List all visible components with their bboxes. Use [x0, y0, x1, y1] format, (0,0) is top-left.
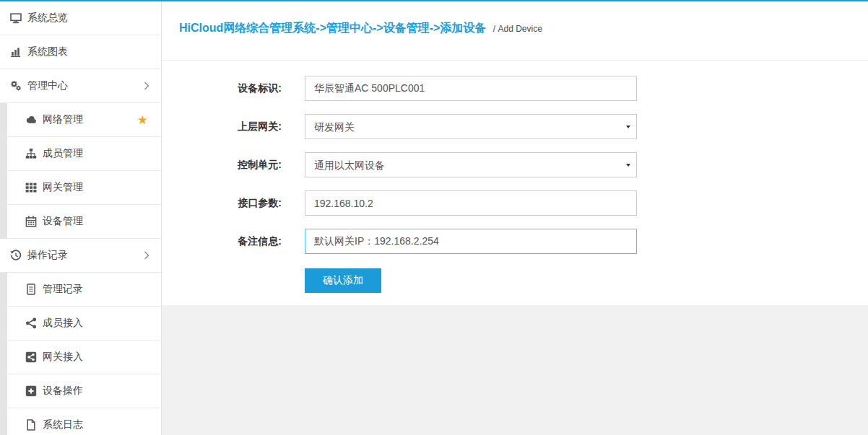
breadcrumb-subtitle: / Add Device	[493, 24, 542, 34]
sidebar-item-label: 系统日志	[43, 418, 83, 431]
grid-icon	[25, 182, 38, 193]
sidebar-item-system-charts[interactable]: 系统图表	[0, 35, 161, 69]
file-icon	[25, 419, 38, 431]
interface-params-input[interactable]	[305, 190, 637, 216]
history-icon	[9, 250, 22, 261]
sidebar-item-operation-records[interactable]: 操作记录	[0, 239, 161, 273]
interface-params-label: 接口参数:	[237, 197, 282, 210]
control-unit-select[interactable]: 通用以太网设备	[305, 152, 637, 177]
sidebar-item-gateway-access[interactable]: 网关接入	[0, 340, 161, 374]
content-background	[162, 305, 868, 435]
sidebar-item-label: 成员管理	[43, 147, 83, 160]
chevron-right-icon	[144, 82, 149, 90]
sidebar-item-label: 网关管理	[43, 181, 83, 194]
control-unit-label: 控制单元:	[237, 159, 282, 172]
chevron-right-icon	[144, 251, 149, 260]
form-row-control-unit: 控制单元: 通用以太网设备	[237, 152, 868, 177]
confirm-add-button[interactable]: 确认添加	[305, 268, 381, 293]
breadcrumb: HiCloud网络综合管理系统->管理中心->设备管理->添加设备	[179, 22, 486, 34]
sidebar-item-management-center[interactable]: 管理中心	[0, 69, 161, 103]
sidebar-item-system-overview[interactable]: 系统总览	[0, 1, 161, 35]
form-row-upper-gateway: 上层网关: 研发网关	[237, 114, 868, 139]
star-icon[interactable]: ★	[137, 114, 148, 126]
sidebar-item-management-records[interactable]: 管理记录	[0, 273, 161, 307]
sidebar-item-member-access[interactable]: 成员接入	[0, 307, 161, 340]
form-row-device-id: 设备标识:	[237, 76, 868, 101]
sidebar-item-member-management[interactable]: 成员管理	[0, 137, 161, 171]
device-id-input[interactable]	[305, 76, 637, 101]
sidebar-item-label: 网关接入	[43, 351, 83, 364]
sidebar-item-label: 管理中心	[27, 79, 68, 92]
desktop-icon	[9, 12, 22, 24]
remark-input[interactable]	[305, 229, 637, 254]
sidebar-item-label: 系统图表	[27, 45, 68, 58]
sidebar-item-system-log[interactable]: 系统日志	[0, 408, 161, 435]
upper-gateway-label: 上层网关:	[237, 120, 282, 133]
plus-square-icon	[25, 385, 38, 397]
upper-gateway-select[interactable]: 研发网关	[305, 114, 637, 139]
sidebar-item-network-management[interactable]: 网络管理 ★	[0, 103, 161, 137]
main-content: HiCloud网络综合管理系统->管理中心->设备管理->添加设备 / Add …	[162, 1, 868, 435]
share-square-icon	[25, 351, 38, 363]
sitemap-icon	[25, 148, 38, 159]
sidebar: 系统总览 系统图表 管理中心 网络管理 ★	[0, 1, 162, 435]
sidebar-item-label: 设备操作	[43, 385, 83, 397]
sidebar-item-device-management[interactable]: 设备管理	[0, 205, 161, 239]
file-text-icon	[25, 284, 38, 295]
form-row-interface-params: 接口参数:	[237, 190, 868, 216]
share-icon	[25, 317, 38, 329]
sidebar-item-gateway-management[interactable]: 网关管理	[0, 171, 161, 205]
sidebar-item-device-operation[interactable]: 设备操作	[0, 374, 161, 408]
sidebar-item-label: 网络管理	[43, 113, 83, 126]
calendar-icon	[25, 216, 38, 227]
device-id-label: 设备标识:	[237, 82, 282, 95]
sidebar-item-label: 管理记录	[43, 283, 83, 296]
add-device-form: 设备标识: 上层网关: 研发网关 控制单元: 通用以太网设备	[162, 61, 868, 305]
remark-label: 备注信息:	[237, 235, 282, 248]
sidebar-item-label: 成员接入	[43, 317, 83, 330]
sidebar-item-label: 系统总览	[27, 12, 68, 25]
gears-icon	[9, 80, 22, 92]
bar-chart-icon	[9, 46, 22, 58]
app-window: 系统总览 系统图表 管理中心 网络管理 ★	[0, 1, 868, 435]
cloud-icon	[25, 114, 38, 126]
sidebar-item-label: 设备管理	[43, 215, 83, 228]
page-header: HiCloud网络综合管理系统->管理中心->设备管理->添加设备 / Add …	[162, 1, 868, 61]
sidebar-item-label: 操作记录	[27, 249, 68, 262]
form-row-remark: 备注信息:	[237, 229, 868, 254]
